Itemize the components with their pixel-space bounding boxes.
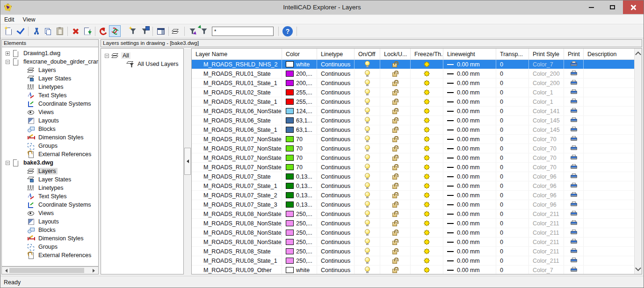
print-style-cell[interactable]: Color_96 bbox=[529, 172, 564, 181]
thawed-sun-icon[interactable] bbox=[424, 183, 430, 189]
table-vertical-scrollbar[interactable] bbox=[634, 49, 642, 274]
layer-name-cell[interactable]: M_ROADS_RUL08_State_1 bbox=[192, 256, 282, 265]
table-row[interactable]: M_ROADS_RUL07_NonState_3 70 Continuous bbox=[192, 163, 634, 172]
thawed-sun-icon[interactable] bbox=[424, 239, 430, 245]
lock-cell[interactable] bbox=[380, 135, 411, 144]
minimize-button[interactable] bbox=[581, 0, 602, 14]
color-cell[interactable]: white bbox=[282, 266, 317, 274]
transparency-cell[interactable]: 0 bbox=[496, 219, 529, 228]
description-cell[interactable] bbox=[584, 163, 634, 172]
unlocked-padlock-icon[interactable] bbox=[392, 258, 398, 264]
unlocked-padlock-icon[interactable] bbox=[392, 239, 398, 245]
color-cell[interactable]: 200,... bbox=[282, 79, 317, 87]
lock-cell[interactable] bbox=[380, 144, 411, 153]
description-cell[interactable] bbox=[584, 144, 634, 153]
panel-splitter[interactable] bbox=[184, 48, 191, 274]
linetype-cell[interactable]: Continuous bbox=[317, 60, 355, 69]
color-swatch[interactable] bbox=[286, 248, 294, 254]
linetype-cell[interactable]: Continuous bbox=[317, 209, 355, 218]
thawed-sun-icon[interactable] bbox=[424, 230, 430, 236]
description-cell[interactable] bbox=[584, 153, 634, 162]
freeze-cell[interactable] bbox=[411, 79, 443, 87]
unlocked-padlock-icon[interactable] bbox=[392, 164, 398, 171]
lock-cell[interactable] bbox=[380, 200, 411, 209]
thawed-sun-icon[interactable] bbox=[424, 164, 430, 170]
lineweight-cell[interactable]: 0.00 mm bbox=[443, 219, 496, 228]
printer-icon[interactable] bbox=[571, 248, 577, 254]
linetype-cell[interactable]: Continuous bbox=[317, 97, 355, 106]
tree-item[interactable]: Layer States bbox=[2, 175, 98, 184]
printer-icon[interactable] bbox=[571, 267, 577, 273]
freeze-cell[interactable] bbox=[411, 228, 443, 237]
thawed-sun-icon[interactable] bbox=[424, 173, 430, 180]
linetype-cell[interactable]: Continuous bbox=[317, 69, 355, 78]
transparency-cell[interactable]: 0 bbox=[496, 135, 529, 144]
linetype-cell[interactable]: Continuous bbox=[317, 228, 355, 237]
color-swatch[interactable] bbox=[286, 164, 294, 170]
lock-cell[interactable] bbox=[380, 116, 411, 125]
color-cell[interactable]: 255,... bbox=[282, 97, 317, 106]
lineweight-cell[interactable]: 0.00 mm bbox=[443, 79, 496, 87]
print-style-cell[interactable]: Color_200 bbox=[529, 79, 564, 87]
freeze-cell[interactable] bbox=[411, 256, 443, 265]
linetype-cell[interactable]: Continuous bbox=[317, 172, 355, 181]
print-cell[interactable] bbox=[564, 256, 584, 265]
table-row[interactable]: M_ROADS_RUL08_State 250,... Continuous bbox=[192, 247, 634, 256]
print-cell[interactable] bbox=[564, 247, 584, 256]
thawed-sun-icon[interactable] bbox=[424, 220, 430, 226]
linetype-cell[interactable]: Continuous bbox=[317, 153, 355, 162]
color-cell[interactable]: 250,... bbox=[282, 219, 317, 228]
transparency-cell[interactable]: 0 bbox=[496, 163, 529, 172]
description-cell[interactable] bbox=[584, 172, 634, 181]
transparency-cell[interactable]: 0 bbox=[496, 125, 529, 134]
onoff-cell[interactable] bbox=[355, 97, 380, 106]
unlocked-padlock-icon[interactable] bbox=[392, 192, 398, 199]
printer-icon[interactable] bbox=[571, 117, 577, 123]
tree-item[interactable]: Layers bbox=[2, 167, 98, 175]
thawed-sun-icon[interactable] bbox=[424, 117, 430, 123]
printer-icon[interactable] bbox=[571, 230, 577, 236]
table-row[interactable]: M_ROADS_RUL06_State 63,1... Continuous bbox=[192, 116, 634, 125]
onoff-cell[interactable] bbox=[355, 181, 380, 190]
tree-item[interactable]: External References bbox=[2, 150, 98, 158]
table-row[interactable]: M_ROADS_RUL09_Other white Continuous bbox=[192, 266, 634, 274]
description-cell[interactable] bbox=[584, 60, 634, 69]
color-swatch[interactable] bbox=[286, 155, 294, 161]
print-style-cell[interactable]: Color_96 bbox=[529, 191, 564, 200]
color-swatch[interactable] bbox=[286, 220, 294, 226]
color-cell[interactable]: 0,13... bbox=[282, 200, 317, 209]
onoff-cell[interactable] bbox=[355, 200, 380, 209]
lock-cell[interactable] bbox=[380, 125, 411, 134]
bulb-on-icon[interactable] bbox=[365, 210, 370, 217]
lock-cell[interactable] bbox=[380, 266, 411, 274]
freeze-cell[interactable] bbox=[411, 172, 443, 181]
unlocked-padlock-icon[interactable] bbox=[392, 99, 398, 105]
layer-name-cell[interactable]: M_ROADS_RUL07_State bbox=[192, 172, 282, 181]
header-freeze[interactable]: Freeze/Th... bbox=[411, 49, 443, 59]
linetype-cell[interactable]: Continuous bbox=[317, 163, 355, 172]
thawed-sun-icon[interactable] bbox=[424, 258, 430, 264]
linetype-cell[interactable]: Continuous bbox=[317, 256, 355, 265]
tree-item[interactable]: Views bbox=[2, 108, 98, 116]
printer-icon[interactable] bbox=[571, 211, 577, 217]
bulb-on-icon[interactable] bbox=[365, 164, 370, 171]
printer-icon[interactable] bbox=[571, 239, 577, 245]
unlocked-padlock-icon[interactable] bbox=[392, 202, 398, 208]
scroll-left-arrow-icon[interactable] bbox=[3, 269, 7, 273]
printer-icon[interactable] bbox=[571, 192, 577, 198]
apply-filter-button[interactable] bbox=[198, 25, 210, 37]
table-row[interactable]: M_ROADS_RUL07_NonState 70 Continuous bbox=[192, 135, 634, 144]
print-style-cell[interactable]: Color_96 bbox=[529, 181, 564, 190]
onoff-cell[interactable] bbox=[355, 60, 380, 69]
header-onoff[interactable]: On/Off bbox=[355, 49, 380, 59]
transparency-cell[interactable]: 0 bbox=[496, 191, 529, 200]
tree-item[interactable]: Blocks bbox=[2, 125, 98, 133]
onoff-cell[interactable] bbox=[355, 172, 380, 181]
invert-filter-button[interactable] bbox=[187, 25, 198, 37]
bulb-on-icon[interactable] bbox=[365, 154, 370, 161]
bulb-on-icon[interactable] bbox=[365, 248, 370, 255]
freeze-cell[interactable] bbox=[411, 219, 443, 228]
set-current-button[interactable] bbox=[14, 25, 26, 37]
thawed-sun-icon[interactable] bbox=[424, 99, 430, 105]
lineweight-cell[interactable]: 0.00 mm bbox=[443, 172, 496, 181]
